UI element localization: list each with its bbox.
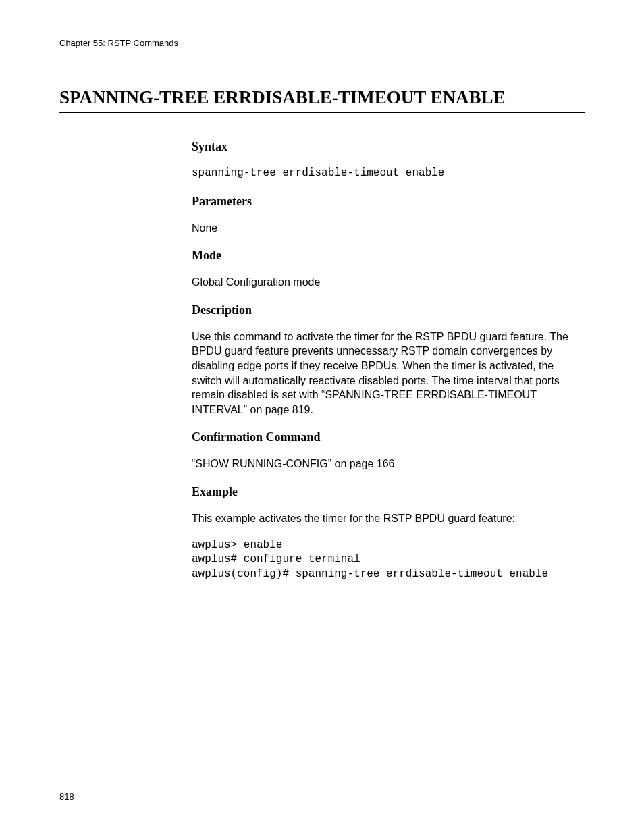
chapter-header: Chapter 55: RSTP Commands	[59, 38, 585, 48]
content-body: Syntax spanning-tree errdisable-timeout …	[192, 140, 585, 581]
example-intro: This example activates the timer for the…	[192, 511, 585, 526]
example-code: awplus> enable awplus# configure termina…	[192, 538, 585, 582]
description-text: Use this command to activate the timer f…	[192, 330, 585, 417]
confirmation-heading: Confirmation Command	[192, 430, 585, 444]
page-number: 818	[59, 791, 74, 802]
mode-text: Global Configuration mode	[192, 275, 585, 290]
syntax-command: spanning-tree errdisable-timeout enable	[192, 166, 585, 181]
parameters-text: None	[192, 221, 585, 236]
example-heading: Example	[192, 485, 585, 499]
description-heading: Description	[192, 303, 585, 317]
mode-heading: Mode	[192, 249, 585, 263]
parameters-heading: Parameters	[192, 194, 585, 209]
confirmation-text: “SHOW RUNNING-CONFIG” on page 166	[192, 457, 585, 471]
page-title: SPANNING-TREE ERRDISABLE-TIMEOUT ENABLE	[59, 87, 585, 113]
syntax-heading: Syntax	[192, 140, 585, 154]
